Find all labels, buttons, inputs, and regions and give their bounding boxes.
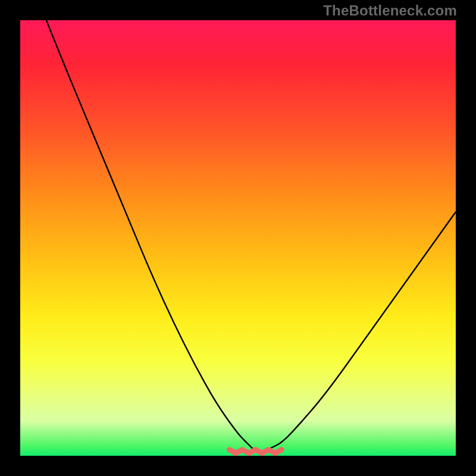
curve-highlight-segment bbox=[229, 450, 281, 453]
watermark-text: TheBottleneck.com bbox=[323, 2, 457, 19]
plot-area bbox=[20, 20, 456, 456]
curve-layer bbox=[20, 20, 456, 456]
chart-frame: TheBottleneck.com bbox=[0, 0, 476, 476]
curve-path bbox=[46, 20, 456, 452]
bottleneck-curve bbox=[46, 20, 456, 453]
